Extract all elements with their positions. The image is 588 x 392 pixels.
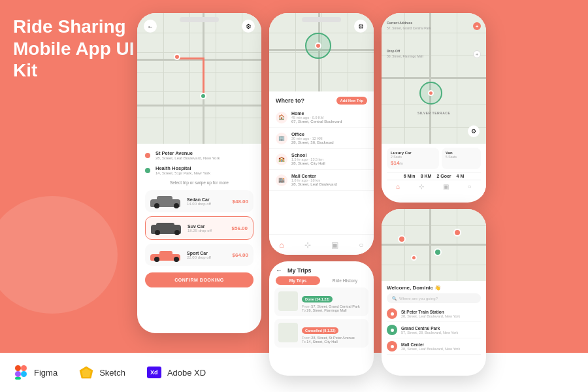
dest-name: Home <box>291 111 367 116</box>
phone-my-trips: ← My Trips My Trips Ride History Done (1… <box>269 261 374 376</box>
destination-office[interactable]: 🏢 Office 30 min ago · 12 KM 28, Street, … <box>269 128 374 149</box>
dest-info-home: Home 45 min ago · 0.9 KM 67, Street, Cen… <box>291 111 367 123</box>
from-addr: 28, Street, Leaf Boulevard, New York <box>155 156 220 160</box>
nav-profile-icon[interactable]: ○ <box>359 240 363 250</box>
phone2-notch <box>302 17 341 22</box>
stat-m: 4 M <box>457 174 465 178</box>
dest-list-park[interactable]: Grand Central Park 57, Street, 28, Boule… <box>387 322 481 338</box>
car-card-2[interactable]: Van 5 Seats <box>442 148 481 169</box>
settings-icon[interactable]: ⚙ <box>354 20 367 33</box>
dest-list-station[interactable]: St Peter Train Station 28, Street, Leaf … <box>387 306 481 322</box>
add-stop-button[interactable]: + <box>473 22 481 30</box>
map-grid <box>242 13 242 144</box>
phone5-map <box>382 209 486 281</box>
map-marker-4 <box>411 255 417 261</box>
map-grid <box>382 225 486 226</box>
car-option-sport[interactable]: Sport Car 22.00 drop off $64.00 <box>145 244 253 266</box>
trip-card-done[interactable]: Done (14.1.22) From 57, Street, Grand Ce… <box>274 287 368 316</box>
car-image-sport <box>150 248 183 262</box>
silver-terrace-label: SILVER TERRACE <box>417 111 450 115</box>
current-addr-label: Current Address <box>387 21 412 25</box>
trip-map-thumb <box>278 291 298 311</box>
map-grid <box>137 72 261 73</box>
dest-info-office: Office 30 min ago · 12 KM 28, Street, 36… <box>291 132 367 144</box>
location-from: St Peter Avenue 28, Street, Leaf Bouleva… <box>145 150 253 160</box>
settings-icon[interactable]: ⚙ <box>242 20 255 33</box>
nav-list-icon[interactable]: ▣ <box>443 183 449 190</box>
destination-home[interactable]: 🏠 Home 45 min ago · 0.9 KM 67, Street, C… <box>269 107 374 128</box>
car-option-sedan[interactable]: Sedan Car 14.00 drop off $48.00 <box>145 190 253 212</box>
back-button[interactable]: ← <box>276 267 282 274</box>
map-grid <box>382 33 486 33</box>
mall-icon: 🏬 <box>276 174 287 186</box>
luxury-car-card[interactable]: Luxury Car 2 Seats $14/m <box>387 148 439 169</box>
phone-where-to: ⚙ Where to? Add New Trip 🏠 Home 45 min a… <box>269 13 374 255</box>
sketch-icon <box>78 365 94 380</box>
nav-home-icon[interactable]: ⌂ <box>280 240 284 250</box>
map-grid <box>137 52 261 53</box>
station-icon <box>387 308 397 319</box>
map-grid <box>189 13 190 144</box>
nav-profile-icon[interactable]: ○ <box>468 183 472 190</box>
trip-card-cancelled[interactable]: Cancelled (8.1.22) From 28, Street, St P… <box>274 319 368 348</box>
phone4-bottom: Luxury Car 2 Seats $14/m Van 5 Seats 6 M… <box>382 144 486 197</box>
school-icon: 🏫 <box>276 154 287 165</box>
map-grid <box>137 91 261 92</box>
dest-info-school: School 1.5 hr ago · 13.5 km 28, Street, … <box>291 153 367 165</box>
svg-rect-0 <box>15 365 21 371</box>
dropoff-addr: 30, Street, Flamingo Mall <box>387 54 423 58</box>
dest-info-mall: Mall Center 1.8 hr ago · 18 km 28, Stree… <box>291 174 367 186</box>
to-name: Health Hospital <box>155 165 210 171</box>
phone-map-detail: Current Address 57, Street, Grand Centra… <box>382 13 486 203</box>
xd-icon: Xd <box>146 365 162 380</box>
phone1-content: St Peter Avenue 28, Street, Leaf Bouleva… <box>137 144 261 294</box>
dest-list-info: Mall Center 28, Street, Leaf Boulevard, … <box>401 342 460 351</box>
add-stop2-button[interactable]: + <box>473 50 481 58</box>
dest-list-name: Mall Center <box>401 342 460 347</box>
dest-addr: 67, Street, Central Boulevard <box>291 120 367 123</box>
car-option-suv[interactable]: Suv Car 18.25 drop off $56.00 <box>145 216 253 240</box>
left-panel: Ride Sharing Mobile App UI Kit <box>0 0 157 353</box>
tab-ride-history[interactable]: Ride History <box>323 276 367 285</box>
search-bar[interactable]: 🔍 Where are you going? <box>387 293 481 303</box>
map-pin <box>428 90 434 96</box>
map-grid <box>348 13 348 91</box>
route-line <box>203 57 204 97</box>
app-title: Ride Sharing Mobile App UI Kit <box>13 16 144 82</box>
title-line2: Mobile App UI Kit <box>13 38 144 82</box>
phone2-navbar: ⌂ ⊹ ▣ ○ <box>269 234 374 255</box>
dest-list-mall[interactable]: Mall Center 28, Street, Leaf Boulevard, … <box>387 338 481 355</box>
tool-figma: Figma <box>13 365 57 380</box>
add-new-trip-button[interactable]: Add New Trip <box>336 97 367 105</box>
nav-map-icon[interactable]: ⊹ <box>419 183 424 190</box>
nav-home-icon[interactable]: ⌂ <box>396 183 400 190</box>
mall-icon <box>387 341 397 351</box>
figma-label: Figma <box>34 368 57 378</box>
map-grid <box>137 118 261 118</box>
back-arrow[interactable]: ← <box>144 20 157 33</box>
dest-list-name: Grand Central Park <box>401 326 458 331</box>
destination-school[interactable]: 🏫 School 1.5 hr ago · 13.5 km 28, Street… <box>269 149 374 170</box>
map-grid <box>295 13 296 91</box>
dest-name: School <box>291 153 367 157</box>
destination-mall[interactable]: 🏬 Mall Center 1.8 hr ago · 18 km 28, Str… <box>269 170 374 191</box>
park-icon <box>387 325 397 335</box>
title-line1: Ride Sharing <box>13 16 144 38</box>
confirm-booking-button[interactable]: CONFIRM BOOKING <box>145 272 253 287</box>
svg-rect-3 <box>15 377 21 380</box>
map-road <box>137 105 261 106</box>
phone4-navbar: ⌂ ⊹ ▣ ○ <box>387 180 481 193</box>
settings-icon[interactable]: ⚙ <box>468 125 480 137</box>
trip-status-done: Done (14.1.22) <box>302 296 333 302</box>
tab-my-trips[interactable]: My Trips <box>276 276 320 285</box>
nav-map-icon[interactable]: ⊹ <box>304 240 311 250</box>
svg-rect-1 <box>21 365 27 371</box>
car-price: $48.00 <box>233 199 248 204</box>
phone2-map: ⚙ <box>269 13 374 91</box>
nav-list-icon[interactable]: ▣ <box>331 240 338 250</box>
car-name: Sedan Car <box>187 197 233 202</box>
phone-welcome: Welcome, Dominic 👋 🔍 Where are you going… <box>382 209 486 376</box>
decorative-blob <box>0 196 118 314</box>
map-grid <box>382 265 486 265</box>
car-sub: 22.00 drop off <box>187 255 233 259</box>
